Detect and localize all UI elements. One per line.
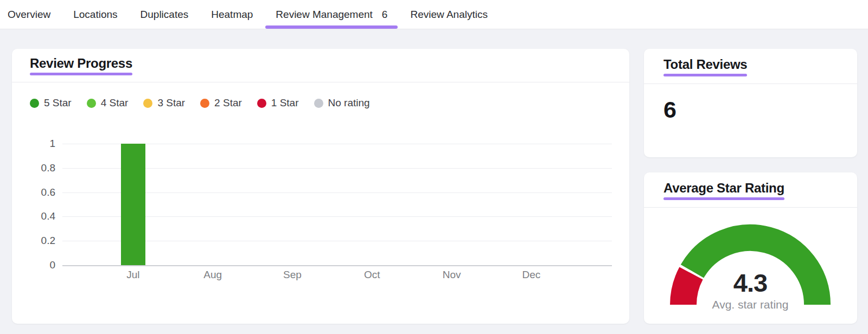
review-management-dashboard: { "colors": { "accent_purple": "#a47cf2"…: [0, 0, 868, 334]
tab-duplicates[interactable]: Duplicates: [129, 0, 200, 29]
card-header: Total Reviews: [644, 49, 857, 84]
tab-label: Heatmap: [211, 9, 253, 21]
legend-item[interactable]: 4 Star: [87, 97, 129, 109]
card-header: Review Progress: [12, 49, 629, 82]
card-title: Total Reviews: [663, 57, 747, 72]
x-axis-tick-label: Nov: [427, 269, 476, 281]
legend-color-dot-icon: [87, 99, 96, 108]
total-reviews-value: 6: [663, 97, 676, 123]
tab-review-management[interactable]: Review Management 6: [264, 0, 399, 29]
y-axis-tick-label: 0.6: [22, 187, 55, 198]
tab-locations[interactable]: Locations: [62, 0, 129, 29]
tab-label: Overview: [8, 9, 50, 21]
tab-overview[interactable]: Overview: [8, 0, 62, 29]
gridline: [62, 265, 612, 266]
average-rating-value: 4.3: [669, 268, 832, 298]
legend-item[interactable]: 5 Star: [30, 97, 72, 109]
top-tab-bar: Overview Locations Duplicates Heatmap Re…: [0, 0, 868, 29]
tab-label: Review Management: [276, 9, 372, 21]
x-axis-tick-label: Oct: [348, 269, 397, 281]
tab-label: Duplicates: [141, 9, 189, 21]
title-underline: [30, 73, 132, 75]
legend-item[interactable]: 3 Star: [143, 97, 185, 109]
legend-item[interactable]: 1 Star: [257, 97, 299, 109]
y-axis-tick-label: 0.4: [22, 210, 55, 222]
tab-count-badge: 6: [382, 9, 388, 21]
card-title: Review Progress: [30, 56, 132, 70]
y-axis-tick-label: 0.8: [22, 162, 55, 174]
average-star-rating-card: Average Star Rating 4.3 Avg. star rating: [644, 172, 857, 324]
average-rating-caption: Avg. star rating: [669, 298, 832, 311]
legend-color-dot-icon: [314, 99, 323, 108]
average-rating-gauge: 4.3 Avg. star rating: [669, 223, 832, 306]
legend-label: No rating: [328, 97, 370, 109]
tab-review-analytics[interactable]: Review Analytics: [399, 0, 499, 29]
card-header: Average Star Rating: [644, 172, 857, 208]
legend-label: 1 Star: [271, 97, 299, 109]
title-underline: [663, 197, 784, 200]
chart-bar-jul-5-star[interactable]: [121, 144, 145, 265]
legend-color-dot-icon: [30, 99, 39, 108]
review-progress-card: Review Progress 5 Star4 Star3 Star2 Star…: [12, 49, 629, 324]
tab-label: Review Analytics: [410, 9, 488, 21]
legend-label: 2 Star: [214, 97, 242, 109]
legend-label: 4 Star: [101, 97, 129, 109]
legend-color-dot-icon: [257, 99, 266, 108]
x-axis-tick-label: Aug: [188, 269, 237, 281]
x-axis-tick-label: Dec: [507, 269, 556, 281]
y-axis-tick-label: 0.2: [22, 235, 55, 247]
card-title: Average Star Rating: [663, 181, 784, 195]
legend-label: 3 Star: [157, 97, 185, 109]
legend-color-dot-icon: [143, 99, 152, 108]
title-underline: [663, 74, 747, 76]
tab-label: Locations: [73, 9, 117, 21]
y-axis-tick-label: 1: [22, 138, 55, 150]
legend-item[interactable]: 2 Star: [200, 97, 242, 109]
legend-item[interactable]: No rating: [314, 97, 370, 109]
active-tab-underline: [265, 25, 398, 29]
y-axis-tick-label: 0: [22, 259, 55, 271]
legend-label: 5 Star: [44, 97, 72, 109]
legend-color-dot-icon: [200, 99, 209, 108]
tab-heatmap[interactable]: Heatmap: [200, 0, 264, 29]
chart-legend: 5 Star4 Star3 Star2 Star1 StarNo rating: [30, 97, 370, 109]
total-reviews-card: Total Reviews 6: [644, 49, 857, 157]
x-axis-tick-label: Sep: [268, 269, 317, 281]
x-axis-tick-label: Jul: [108, 269, 157, 281]
